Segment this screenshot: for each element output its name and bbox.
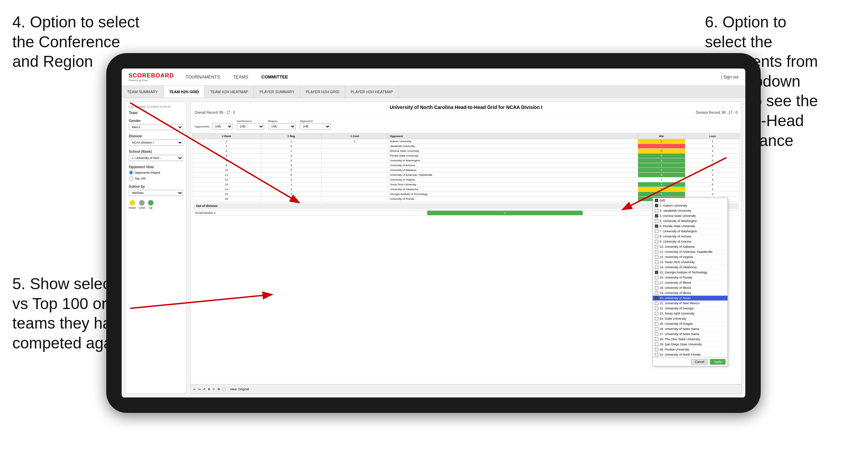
dropdown-item[interactable]: 7. University of Washington xyxy=(653,229,728,234)
cell-win: 1 xyxy=(638,163,685,168)
division-select[interactable]: NCAA Division I xyxy=(129,139,183,146)
dropdown-item[interactable]: 8. University of Arizona xyxy=(653,234,728,239)
tab-bar: TEAM SUMMARY TEAM H2H GRID TEAM H2H HEAT… xyxy=(122,86,745,98)
refresh-icon[interactable]: ↺ xyxy=(203,388,206,391)
radio-opponents-played[interactable]: Opponents Played xyxy=(129,170,183,175)
radio-top-100[interactable]: Top 100 xyxy=(129,176,183,181)
opponent-select[interactable]: (All) xyxy=(300,123,331,130)
report-header: University of North Carolina Head-to-Hea… xyxy=(191,102,742,118)
tab-team-h2h-grid[interactable]: TEAM H2H GRID xyxy=(164,86,205,98)
team-label: Team xyxy=(129,111,183,115)
division-record-label: Division Record: xyxy=(696,111,721,114)
cancel-button[interactable]: Cancel xyxy=(691,359,708,365)
division-label: Division xyxy=(129,134,183,138)
report-records: Overall Record: 89 - 17 - 0 Division Rec… xyxy=(195,111,737,114)
dropdown-item[interactable]: 17. University of Illinois xyxy=(653,280,728,285)
undo-icon[interactable]: ↩ xyxy=(193,388,196,391)
cell-win: 3 xyxy=(638,182,685,187)
cell-win: 5 xyxy=(638,149,685,153)
tab-team-h2h-heatmap[interactable]: TEAM H2H HEATMAP xyxy=(205,86,254,98)
timestamp: Last Updated: 4/11/2024 16:55:28 xyxy=(129,105,183,108)
settings-icon[interactable]: ⚙ xyxy=(217,388,220,391)
dropdown-item[interactable]: 28. The Ohio State University xyxy=(653,337,728,342)
col-conf: # Conf xyxy=(321,134,388,139)
colour-by-select[interactable]: Win/loss xyxy=(129,190,183,196)
cell-loss: 3 xyxy=(685,177,740,182)
dropdown-item[interactable]: 24. Duke University xyxy=(653,316,728,321)
dropdown-item[interactable]: 22. University of Georgia xyxy=(653,306,728,311)
download-icon[interactable]: ⬇ xyxy=(208,388,210,391)
cell-win: 1 xyxy=(638,158,685,163)
clock-icon[interactable]: 🕐 xyxy=(222,388,226,391)
dropdown-item[interactable]: 29. San Diego State University xyxy=(653,342,728,347)
tab-player-h2h-grid[interactable]: PLAYER H2H GRID xyxy=(300,86,345,98)
dropdown-item[interactable]: 12. University of Virginia xyxy=(653,255,728,260)
dropdown-item[interactable]: ✓6. Florida State University xyxy=(653,224,728,229)
dropdown-item[interactable]: 30. Purdue University xyxy=(653,347,728,352)
table-row: 9 3 University of Arizona 1 0 xyxy=(192,163,740,168)
cell-win: 4 xyxy=(638,153,685,158)
cell-win: 1 xyxy=(638,177,685,182)
cell-conf xyxy=(321,144,388,149)
cell-rank: 4 xyxy=(192,149,261,153)
table-row: 12 3 University of Virginia 1 3 xyxy=(192,177,740,182)
nav-tournaments[interactable]: TOURNAMENTS xyxy=(184,74,221,79)
opponents-select[interactable]: (All) xyxy=(212,123,233,130)
table-row: 14 2 University of Oklahoma 2 2 xyxy=(192,187,740,192)
main-content: Last Updated: 4/11/2024 16:55:28 Team Ge… xyxy=(122,98,745,397)
tab-player-h2h-heatmap[interactable]: PLAYER H2H HEATMAP xyxy=(345,86,399,98)
crop-icon[interactable]: ✂ xyxy=(212,388,215,391)
dropdown-item[interactable]: 18. University of Illinois xyxy=(653,285,728,291)
opponents-filter: Opponents: (All) xyxy=(195,123,233,130)
dropdown-item[interactable]: 10. University of Alabama xyxy=(653,244,728,249)
cell-conf xyxy=(321,158,388,163)
tab-player-summary[interactable]: PLAYER SUMMARY xyxy=(254,86,300,98)
right-panel: University of North Carolina Head-to-Hea… xyxy=(190,101,742,394)
cell-rank: 6 xyxy=(192,153,261,158)
dropdown-item[interactable]: ✓2. Auburn University xyxy=(653,203,728,208)
dropdown-item[interactable]: ✓(All) xyxy=(653,198,728,203)
dropdown-item[interactable]: 16. University of Florida xyxy=(653,275,728,280)
cell-rank: 2 xyxy=(192,139,261,144)
dropdown-item[interactable]: 9. University of Arizona xyxy=(653,239,728,244)
tab-team-summary[interactable]: TEAM SUMMARY xyxy=(122,86,164,98)
dropdown-item[interactable]: 31. University of North Florida xyxy=(653,352,728,357)
cell-conf xyxy=(321,149,388,153)
gender-select[interactable]: Men's xyxy=(129,124,183,130)
dropdown-item[interactable]: 26. University of Notre Dame xyxy=(653,327,728,332)
legend-up: Up xyxy=(148,200,154,209)
dropdown-item[interactable]: ✓4. Arizona State University xyxy=(653,213,728,219)
region-select[interactable]: (All) xyxy=(268,123,296,130)
dropdown-item[interactable]: 14. University of Oklahoma xyxy=(653,265,728,270)
dropdown-item[interactable]: 19. University of Illinois xyxy=(653,291,728,296)
dropdown-item[interactable]: 23. Texas A&M University xyxy=(653,311,728,316)
table-row: 6 2 Florida State University 4 2 xyxy=(192,153,740,158)
dropdown-item[interactable]: 13. Texas Tech University xyxy=(653,260,728,265)
dropdown-item[interactable]: 5. University of Washington xyxy=(653,219,728,224)
dropdown-item[interactable]: 25. University of Oregon xyxy=(653,321,728,327)
dropdown-item[interactable]: 21. University of New Mexico xyxy=(653,301,728,306)
conference-select[interactable]: (All) xyxy=(237,123,264,130)
redo-icon[interactable]: ↪ xyxy=(198,388,201,391)
nav-committee[interactable]: COMMITTEE xyxy=(260,74,290,79)
colour-by-label: Colour by xyxy=(129,185,183,188)
dropdown-item[interactable]: 3. Vanderbilt University xyxy=(653,208,728,213)
cell-conf: 1 xyxy=(321,139,388,144)
dropdown-item[interactable]: 11. University of Arkansas, Fayetteville xyxy=(653,249,728,255)
dropdown-item[interactable]: ✓15. Georgia Institute of Technology xyxy=(653,270,728,275)
cell-loss: 1 xyxy=(685,149,740,153)
cell-opponent: University of Arkansas, Fayetteville xyxy=(388,173,638,177)
nav-teams[interactable]: TEAMS xyxy=(232,74,250,79)
school-select[interactable]: 1. University of Nort... xyxy=(129,155,183,161)
dropdown-item[interactable]: ✓20. University of Texas xyxy=(653,296,728,301)
table-row: 10 5 University of Alabama 3 0 xyxy=(192,168,740,173)
nav-sign-out[interactable]: | Sign out xyxy=(721,75,738,79)
apply-button[interactable]: Apply xyxy=(710,359,725,365)
cell-rank: 15 xyxy=(192,192,261,197)
table-row: 3 2 Vanderbilt University 0 4 xyxy=(192,144,740,149)
dropdown-item[interactable]: 27. University of Notre Dame xyxy=(653,332,728,337)
cell-win: 0 xyxy=(638,144,685,149)
cell-rank: 11 xyxy=(192,173,261,177)
cell-rag: 4 xyxy=(261,192,321,197)
cell-conf xyxy=(321,177,388,182)
